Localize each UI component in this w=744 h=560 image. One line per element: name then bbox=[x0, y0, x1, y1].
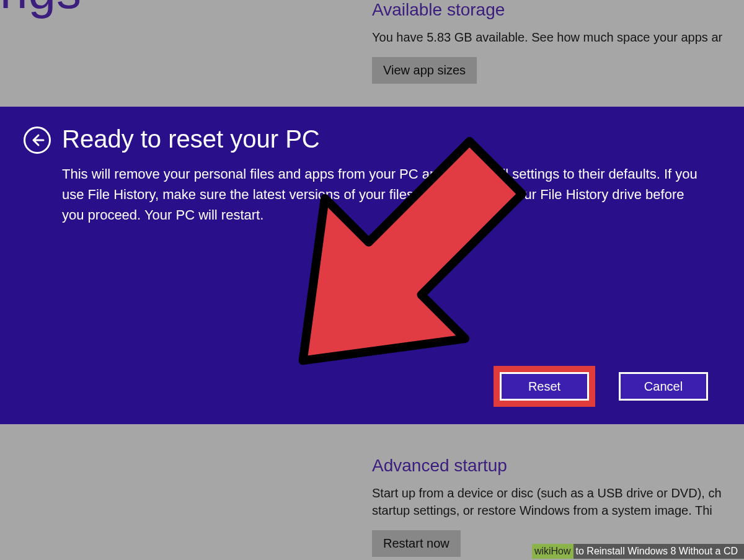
cancel-button[interactable]: Cancel bbox=[619, 372, 708, 401]
dialog-button-row: Reset Cancel bbox=[494, 366, 714, 407]
arrow-left-icon bbox=[30, 133, 45, 148]
back-button[interactable] bbox=[24, 127, 51, 154]
dialog-body-text: This will remove your personal files and… bbox=[62, 164, 707, 225]
reset-button[interactable]: Reset bbox=[500, 372, 589, 401]
caption-brand: wikiHow bbox=[532, 544, 574, 559]
cancel-button-wrap: Cancel bbox=[613, 366, 714, 407]
dialog-title: Ready to reset your PC bbox=[62, 125, 320, 153]
caption-text: to Reinstall Windows 8 Without a CD bbox=[574, 544, 744, 559]
image-caption: wikiHow to Reinstall Windows 8 Without a… bbox=[532, 543, 744, 560]
reset-pc-dialog: Ready to reset your PC This will remove … bbox=[0, 107, 744, 424]
reset-button-highlight: Reset bbox=[494, 366, 595, 407]
